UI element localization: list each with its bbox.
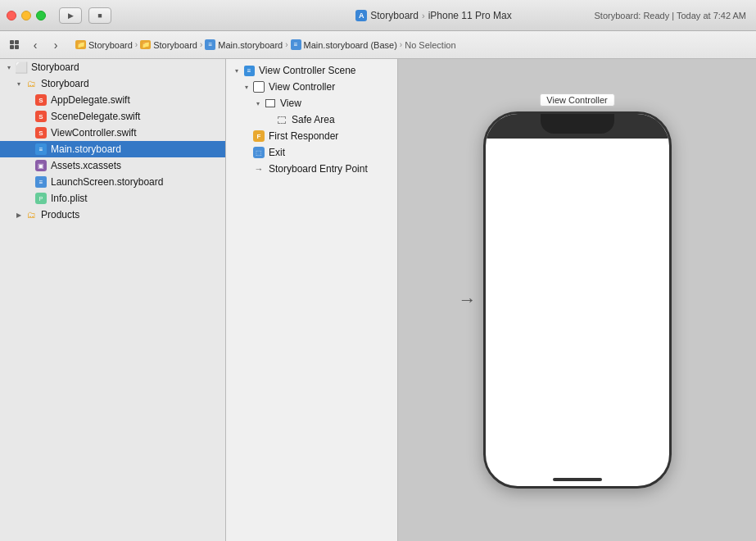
- plist-icon: P: [34, 192, 48, 205]
- breadcrumb-storyboard-icon-1: ≡: [205, 39, 215, 50]
- nav-item-appdelegate[interactable]: S AppDelegate.swift: [0, 92, 225, 108]
- xcassets-icon: ▣: [34, 159, 48, 172]
- breadcrumb-folder-icon-1: 📁: [75, 40, 86, 49]
- toolbar: ‹ › 📁 Storyboard › 📁 Storyboard › ≡ Main…: [0, 31, 756, 59]
- scene-item-entrypoint[interactable]: → Storyboard Entry Point: [226, 161, 397, 177]
- phone-home-indicator: [553, 478, 602, 481]
- scene-outline: ▾ ≡ View Controller Scene ▾ View Control…: [226, 59, 398, 541]
- storyboard-icon-main: ≡: [34, 143, 48, 156]
- vc-label: View Controller: [269, 81, 335, 93]
- breadcrumb-sep-3: ›: [285, 40, 287, 49]
- canvas-area[interactable]: → View Controller: [398, 59, 756, 541]
- close-button[interactable]: [7, 11, 16, 20]
- nav-appdelegate-label: AppDelegate.swift: [51, 94, 130, 106]
- exit-label: Exit: [269, 147, 285, 158]
- grid-square: [15, 45, 19, 49]
- firstresponder-label: First Responder: [269, 130, 338, 142]
- safearea-icon: [275, 113, 288, 126]
- app-icon: A: [355, 10, 367, 21]
- nav-item-main-storyboard[interactable]: ≡ Main.storyboard: [0, 141, 225, 157]
- nav-main-storyboard-label: Main.storyboard: [51, 143, 121, 155]
- storyboard-entry-arrow: →: [459, 289, 477, 311]
- stop-button[interactable]: ■: [88, 7, 111, 24]
- title-bar: ▶ ■ A Storyboard › iPhone 11 Pro Max Sto…: [0, 0, 756, 31]
- safearea-label: Safe Area: [292, 114, 335, 125]
- app-name: Storyboard: [370, 10, 419, 21]
- forward-button[interactable]: ›: [46, 36, 66, 54]
- nav-scenedelegate-label: SceneDelegate.swift: [51, 111, 140, 122]
- vc-icon: [252, 80, 265, 93]
- swift-icon-viewcontroller: S: [34, 126, 48, 139]
- nav-item-root[interactable]: ▾ ⬜ Storyboard: [0, 59, 225, 75]
- breadcrumb-sep-4: ›: [400, 40, 402, 49]
- breadcrumb-path: 📁 Storyboard › 📁 Storyboard › ≡ Main.sto…: [75, 39, 749, 50]
- breadcrumb-sep-2: ›: [200, 40, 202, 49]
- firstresponder-icon: F: [252, 130, 265, 143]
- root-folder-icon: ⬜: [15, 61, 28, 74]
- breadcrumb-label-4[interactable]: Main.storyboard (Base): [304, 40, 397, 50]
- nav-item-viewcontroller[interactable]: S ViewController.swift: [0, 125, 225, 141]
- nav-assets-label: Assets.xcassets: [51, 160, 121, 171]
- nav-launchscreen-label: LaunchScreen.storyboard: [51, 176, 163, 188]
- swift-icon-scenedelegate: S: [34, 110, 48, 123]
- phone-top-bar: [486, 114, 669, 139]
- nav-item-assets[interactable]: ▣ Assets.xcassets: [0, 157, 225, 174]
- phone-container: View Controller: [483, 111, 672, 489]
- minimize-button[interactable]: [21, 11, 31, 20]
- nav-item-infoplist[interactable]: P Info.plist: [0, 190, 225, 207]
- scene-item-safearea[interactable]: Safe Area: [226, 111, 397, 128]
- nav-item-products[interactable]: ▶ 🗂 Products: [0, 207, 225, 223]
- status-bar: Storyboard: Ready | Today at 7:42 AM: [595, 0, 757, 31]
- breadcrumb-label-2[interactable]: Storyboard: [153, 40, 197, 50]
- vc-canvas-label: View Controller: [539, 93, 614, 107]
- scene-item-view[interactable]: ▾ View: [226, 95, 397, 111]
- scene-item-exit[interactable]: ⬚ Exit: [226, 144, 397, 161]
- scene-item-vc[interactable]: ▾ View Controller: [226, 79, 397, 95]
- vc-scene-label: View Controller Scene: [259, 65, 356, 76]
- disclosure-root: ▾: [3, 61, 15, 73]
- nav-root-label: Storyboard: [31, 61, 79, 73]
- nav-item-launchscreen[interactable]: ≡ LaunchScreen.storyboard: [0, 174, 225, 190]
- breadcrumb-label-3[interactable]: Main.storyboard: [218, 40, 283, 50]
- grid-view-button[interactable]: [7, 39, 22, 51]
- stop-icon: ■: [97, 11, 102, 20]
- grid-square: [15, 40, 19, 44]
- entrypoint-icon: →: [252, 162, 265, 175]
- breadcrumb-label-5: No Selection: [405, 40, 455, 50]
- folder-icon-storyboard: 🗂: [25, 77, 38, 90]
- nav-infoplist-label: Info.plist: [51, 193, 88, 204]
- scene-item-vc-scene[interactable]: ▾ ≡ View Controller Scene: [226, 62, 397, 79]
- run-button[interactable]: ▶: [59, 7, 82, 24]
- breadcrumb-storyboard-icon-2: ≡: [291, 39, 301, 50]
- maximize-button[interactable]: [36, 11, 46, 20]
- grid-square: [10, 40, 14, 44]
- entrypoint-label: Storyboard Entry Point: [269, 163, 368, 175]
- breadcrumb-folder-icon-2: 📁: [140, 40, 151, 49]
- breadcrumb-label-1[interactable]: Storyboard: [88, 40, 133, 50]
- nav-storyboard-label: Storyboard: [41, 78, 89, 89]
- run-icon: ▶: [68, 11, 74, 20]
- device-name: iPhone 11 Pro Max: [428, 10, 512, 21]
- phone-notch: [541, 114, 614, 134]
- scene-item-firstresponder[interactable]: F First Responder: [226, 128, 397, 144]
- nav-item-storyboard-group[interactable]: ▾ 🗂 Storyboard: [0, 75, 225, 92]
- nav-item-scenedelegate[interactable]: S SceneDelegate.swift: [0, 108, 225, 125]
- storyboard-icon-launch: ≡: [34, 175, 48, 189]
- grid-square: [10, 45, 14, 49]
- nav-buttons: ‹ ›: [25, 36, 66, 54]
- swift-icon-appdelegate: S: [34, 93, 48, 107]
- status-text: Storyboard: Ready | Today at 7:42 AM: [595, 11, 747, 20]
- back-button[interactable]: ‹: [25, 36, 45, 54]
- view-label: View: [280, 98, 301, 109]
- view-icon: [264, 97, 277, 110]
- nav-products-label: Products: [41, 209, 79, 220]
- main-content: ▾ ⬜ Storyboard ▾ 🗂 Storyboard S AppDeleg…: [0, 59, 756, 541]
- breadcrumb-sep-1: ›: [135, 40, 138, 49]
- phone-mockup: [483, 111, 672, 489]
- traffic-lights: [7, 11, 46, 20]
- folder-icon-products: 🗂: [25, 208, 38, 221]
- exit-icon: ⬚: [252, 146, 265, 159]
- file-navigator: ▾ ⬜ Storyboard ▾ 🗂 Storyboard S AppDeleg…: [0, 59, 226, 541]
- title-separator: ›: [422, 11, 425, 20]
- disclosure-storyboard: ▾: [13, 78, 25, 89]
